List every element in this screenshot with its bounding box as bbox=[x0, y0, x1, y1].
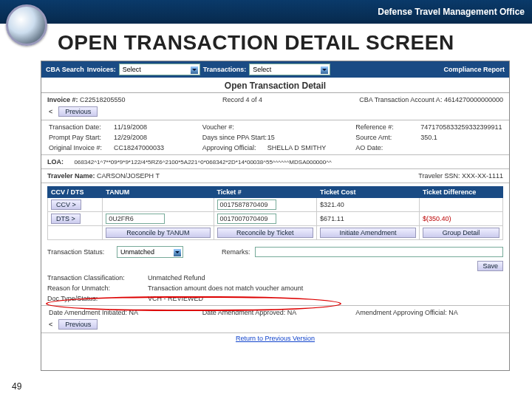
invoice-label: Invoice #: bbox=[47, 96, 78, 103]
tdate-label: Transaction Date: bbox=[49, 123, 114, 131]
col-tanum: TANUM bbox=[103, 187, 214, 198]
adt-label: AO Date: bbox=[355, 144, 420, 151]
slide-number: 49 bbox=[12, 381, 21, 392]
prev-arrow-icon[interactable]: < bbox=[47, 108, 54, 115]
table-row: DTS > 0U2FR6 0017007070409 $671.11 $(350… bbox=[48, 212, 503, 226]
dts-ticket-input[interactable]: 0017007070409 bbox=[217, 214, 276, 224]
dts-cost: $671.11 bbox=[317, 212, 420, 226]
tdate-value: 11/19/2008 bbox=[114, 123, 147, 131]
src-value: 350.1 bbox=[420, 134, 437, 141]
ticket-grid: CCV / DTS TANUM Ticket # Ticket Cost Tic… bbox=[47, 186, 503, 240]
prev-arrow2-icon[interactable]: < bbox=[47, 321, 54, 328]
ccv-ticket-input[interactable]: 0017587870409 bbox=[217, 200, 276, 210]
app-screenshot: CBA Search Invoices: Select Transactions… bbox=[41, 61, 510, 371]
invoices-select[interactable]: Select bbox=[119, 64, 200, 75]
col-ticketnum: Ticket # bbox=[214, 187, 317, 198]
office-label: Defense Travel Management Office bbox=[378, 7, 525, 17]
dod-seal-icon bbox=[6, 4, 47, 46]
dts-diff: $(350.40) bbox=[420, 212, 503, 226]
reconcile-ticket-button[interactable]: Reconcile by Ticket bbox=[217, 228, 314, 238]
remarks-input[interactable] bbox=[255, 247, 503, 257]
ai-value: NA bbox=[129, 309, 139, 316]
tc-label: Transaction Classification: bbox=[47, 274, 143, 282]
ao-label: Approving Official: bbox=[202, 144, 267, 151]
src-label: Source Amt: bbox=[355, 134, 420, 141]
tc-value: Unmatched Refund bbox=[148, 274, 205, 282]
ru-value: Transaction amount does not match vouche… bbox=[148, 284, 303, 292]
compliance-report-link[interactable]: Compliance Report bbox=[443, 66, 505, 73]
dpp-value: 15 bbox=[267, 134, 275, 141]
invoices-label: Invoices: bbox=[87, 66, 116, 73]
return-previous-link[interactable]: Return to Previous Version bbox=[41, 333, 509, 344]
ai-label: Date Amendment Initiated: bbox=[49, 309, 127, 316]
initiate-amendment-button[interactable]: Initiate Amendment bbox=[320, 228, 416, 238]
ref-value: 74717058332593323999111 bbox=[420, 123, 502, 131]
ref-label: Reference #: bbox=[355, 123, 420, 131]
dt-label: Doc Type/Status: bbox=[47, 295, 143, 302]
aa-label: Date Amendment Approved: bbox=[202, 309, 286, 316]
group-detail-button[interactable]: Group Detail bbox=[423, 228, 499, 238]
transactions-label: Transactions: bbox=[203, 66, 247, 73]
top-toolbar: CBA Search Invoices: Select Transactions… bbox=[41, 61, 509, 78]
aa-value: NA bbox=[287, 309, 297, 316]
vnum-label: Voucher #: bbox=[202, 123, 267, 131]
cba-search-link[interactable]: CBA Search bbox=[46, 66, 84, 73]
reconcile-tanum-button[interactable]: Reconcile by TANUM bbox=[106, 228, 210, 238]
dpp-label: Days since PPA Start: bbox=[202, 134, 267, 141]
traveler-ssn-label: Traveler SSN: bbox=[418, 172, 460, 180]
loa-label: LOA: bbox=[47, 158, 64, 166]
invoice-value: C22518205550 bbox=[80, 96, 126, 103]
dt-value: VCH - REVIEWED bbox=[148, 295, 203, 302]
ccv-cost: $321.40 bbox=[317, 198, 420, 212]
previous-button[interactable]: Previous bbox=[58, 106, 98, 117]
pps-label: Prompt Pay Start: bbox=[49, 134, 114, 141]
ao-value: SHELLA D SMITHY bbox=[267, 144, 327, 151]
table-row: CCV > 0017587870409 $321.40 bbox=[48, 198, 503, 212]
loa-value: 068342^1^7**09*9*9*122/4*5RZ6^2100*5A221… bbox=[75, 159, 332, 166]
save-button[interactable]: Save bbox=[477, 261, 503, 271]
ts-label: Transaction Status: bbox=[47, 248, 112, 256]
acct-label: CBA Transaction Account A: bbox=[359, 96, 442, 103]
slide-title: OPEN TRANSACTION DETAIL SCREEN bbox=[0, 24, 532, 61]
dts-expand-button[interactable]: DTS > bbox=[51, 214, 81, 224]
col-ticketcost: Ticket Cost bbox=[317, 187, 420, 198]
ru-label: Reason for Unmatch: bbox=[47, 284, 143, 292]
previous-button-2[interactable]: Previous bbox=[58, 319, 98, 330]
dts-tanum-input[interactable]: 0U2FR6 bbox=[106, 214, 165, 224]
traveler-name-label: Traveler Name: bbox=[47, 172, 95, 180]
traveler-name-value: CARSON/JOSEPH T bbox=[97, 172, 160, 180]
oinv-label: Original Invoice #: bbox=[49, 144, 114, 151]
aao-label: Amendment Approving Official: bbox=[355, 309, 446, 316]
oinv-value: CC18247000033 bbox=[114, 144, 164, 151]
col-ticketdiff: Ticket Difference bbox=[420, 187, 503, 198]
col-ccvdts: CCV / DTS bbox=[48, 187, 103, 198]
traveler-ssn-value: XXX-XX-1111 bbox=[462, 172, 503, 180]
record-counter: Record 4 of 4 bbox=[222, 96, 262, 103]
table-row: Reconcile by TANUM Reconcile by Ticket I… bbox=[48, 226, 503, 240]
pps-value: 12/29/2008 bbox=[114, 134, 147, 141]
remarks-label: Remarks: bbox=[222, 248, 250, 256]
ccv-expand-button[interactable]: CCV > bbox=[51, 200, 81, 210]
acct-value: 4614270000000000 bbox=[444, 96, 503, 103]
ts-select[interactable]: Unmatched bbox=[117, 246, 183, 258]
section-title: Open Transaction Detail bbox=[41, 78, 509, 93]
transactions-select[interactable]: Select bbox=[249, 64, 330, 75]
slide-header: Defense Travel Management Office bbox=[0, 0, 532, 24]
aao-value: NA bbox=[449, 309, 458, 316]
